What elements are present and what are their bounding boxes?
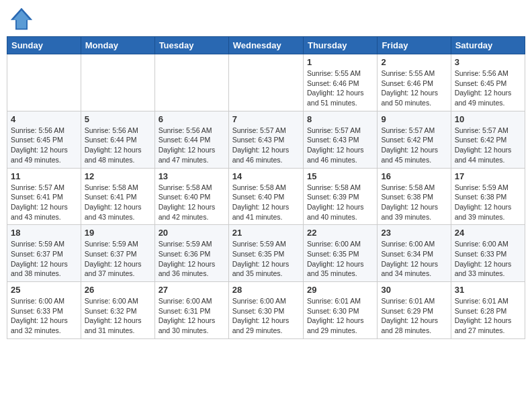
day-number: 5 bbox=[85, 114, 151, 124]
cell-content: Sunrise: 5:56 AM Sunset: 6:45 PM Dayligh… bbox=[455, 68, 521, 108]
day-number: 22 bbox=[307, 228, 373, 238]
cell-content: Sunrise: 6:00 AM Sunset: 6:31 PM Dayligh… bbox=[159, 296, 225, 336]
column-header-monday: Monday bbox=[81, 37, 154, 54]
day-number: 29 bbox=[307, 285, 373, 295]
calendar-cell: 9Sunrise: 5:57 AM Sunset: 6:42 PM Daylig… bbox=[378, 111, 451, 168]
day-number: 14 bbox=[232, 171, 300, 181]
cell-content: Sunrise: 5:59 AM Sunset: 6:36 PM Dayligh… bbox=[159, 239, 225, 279]
calendar-header-row: SundayMondayTuesdayWednesdayThursdayFrid… bbox=[7, 37, 525, 54]
day-number: 2 bbox=[381, 57, 447, 67]
calendar-cell: 22Sunrise: 6:00 AM Sunset: 6:35 PM Dayli… bbox=[303, 225, 377, 282]
calendar-cell: 6Sunrise: 5:56 AM Sunset: 6:44 PM Daylig… bbox=[154, 111, 228, 168]
calendar-week-3: 11Sunrise: 5:57 AM Sunset: 6:41 PM Dayli… bbox=[7, 168, 525, 225]
calendar-week-4: 18Sunrise: 5:59 AM Sunset: 6:37 PM Dayli… bbox=[7, 225, 525, 282]
cell-content: Sunrise: 5:59 AM Sunset: 6:35 PM Dayligh… bbox=[232, 239, 300, 279]
column-header-tuesday: Tuesday bbox=[154, 37, 228, 54]
calendar-week-5: 25Sunrise: 6:00 AM Sunset: 6:33 PM Dayli… bbox=[7, 282, 525, 339]
calendar-cell: 7Sunrise: 5:57 AM Sunset: 6:43 PM Daylig… bbox=[228, 111, 303, 168]
day-number: 17 bbox=[455, 171, 521, 181]
calendar-cell: 21Sunrise: 5:59 AM Sunset: 6:35 PM Dayli… bbox=[228, 225, 303, 282]
cell-content: Sunrise: 5:59 AM Sunset: 6:38 PM Dayligh… bbox=[455, 183, 521, 222]
calendar-cell: 28Sunrise: 6:00 AM Sunset: 6:30 PM Dayli… bbox=[228, 282, 303, 339]
day-number: 15 bbox=[307, 171, 373, 181]
calendar-week-1: 1Sunrise: 5:55 AM Sunset: 6:46 PM Daylig… bbox=[7, 54, 525, 111]
cell-content: Sunrise: 6:00 AM Sunset: 6:34 PM Dayligh… bbox=[381, 239, 447, 279]
day-number: 19 bbox=[85, 228, 151, 238]
calendar-table: SundayMondayTuesdayWednesdayThursdayFrid… bbox=[7, 36, 525, 339]
cell-content: Sunrise: 5:55 AM Sunset: 6:46 PM Dayligh… bbox=[307, 68, 373, 108]
calendar-cell bbox=[228, 54, 303, 111]
calendar-cell: 27Sunrise: 6:00 AM Sunset: 6:31 PM Dayli… bbox=[154, 282, 228, 339]
cell-content: Sunrise: 5:57 AM Sunset: 6:41 PM Dayligh… bbox=[11, 183, 77, 222]
calendar-cell: 20Sunrise: 5:59 AM Sunset: 6:36 PM Dayli… bbox=[154, 225, 228, 282]
day-number: 26 bbox=[85, 285, 151, 295]
cell-content: Sunrise: 5:56 AM Sunset: 6:45 PM Dayligh… bbox=[11, 126, 77, 165]
calendar-cell: 11Sunrise: 5:57 AM Sunset: 6:41 PM Dayli… bbox=[7, 168, 81, 225]
day-number: 20 bbox=[159, 228, 225, 238]
day-number: 3 bbox=[455, 57, 521, 67]
cell-content: Sunrise: 5:58 AM Sunset: 6:38 PM Dayligh… bbox=[381, 183, 447, 222]
cell-content: Sunrise: 5:58 AM Sunset: 6:40 PM Dayligh… bbox=[159, 183, 225, 222]
day-number: 25 bbox=[11, 285, 77, 295]
calendar-cell: 3Sunrise: 5:56 AM Sunset: 6:45 PM Daylig… bbox=[451, 54, 525, 111]
column-header-sunday: Sunday bbox=[7, 37, 81, 54]
day-number: 21 bbox=[232, 228, 300, 238]
calendar-cell: 24Sunrise: 6:00 AM Sunset: 6:33 PM Dayli… bbox=[451, 225, 525, 282]
calendar-cell: 14Sunrise: 5:58 AM Sunset: 6:40 PM Dayli… bbox=[228, 168, 303, 225]
calendar-cell: 12Sunrise: 5:58 AM Sunset: 6:41 PM Dayli… bbox=[81, 168, 154, 225]
calendar-cell: 18Sunrise: 5:59 AM Sunset: 6:37 PM Dayli… bbox=[7, 225, 81, 282]
calendar-cell: 26Sunrise: 6:00 AM Sunset: 6:32 PM Dayli… bbox=[81, 282, 154, 339]
calendar-cell bbox=[7, 54, 81, 111]
cell-content: Sunrise: 6:00 AM Sunset: 6:33 PM Dayligh… bbox=[11, 296, 77, 336]
calendar-cell: 8Sunrise: 5:57 AM Sunset: 6:43 PM Daylig… bbox=[303, 111, 377, 168]
column-header-friday: Friday bbox=[378, 37, 451, 54]
day-number: 11 bbox=[11, 171, 77, 181]
cell-content: Sunrise: 5:59 AM Sunset: 6:37 PM Dayligh… bbox=[85, 239, 151, 279]
calendar-cell: 17Sunrise: 5:59 AM Sunset: 6:38 PM Dayli… bbox=[451, 168, 525, 225]
day-number: 30 bbox=[381, 285, 447, 295]
logo-icon bbox=[9, 7, 34, 31]
page-header bbox=[7, 7, 525, 31]
calendar-week-2: 4Sunrise: 5:56 AM Sunset: 6:45 PM Daylig… bbox=[7, 111, 525, 168]
calendar-cell: 16Sunrise: 5:58 AM Sunset: 6:38 PM Dayli… bbox=[378, 168, 451, 225]
cell-content: Sunrise: 5:57 AM Sunset: 6:42 PM Dayligh… bbox=[381, 126, 447, 165]
calendar-cell: 31Sunrise: 6:01 AM Sunset: 6:28 PM Dayli… bbox=[451, 282, 525, 339]
cell-content: Sunrise: 5:59 AM Sunset: 6:37 PM Dayligh… bbox=[11, 239, 77, 279]
cell-content: Sunrise: 5:56 AM Sunset: 6:44 PM Dayligh… bbox=[85, 126, 151, 165]
calendar-cell: 29Sunrise: 6:01 AM Sunset: 6:30 PM Dayli… bbox=[303, 282, 377, 339]
cell-content: Sunrise: 6:00 AM Sunset: 6:35 PM Dayligh… bbox=[307, 239, 373, 279]
cell-content: Sunrise: 6:00 AM Sunset: 6:30 PM Dayligh… bbox=[232, 296, 300, 336]
cell-content: Sunrise: 6:01 AM Sunset: 6:30 PM Dayligh… bbox=[307, 296, 373, 336]
logo bbox=[9, 7, 38, 31]
cell-content: Sunrise: 6:01 AM Sunset: 6:28 PM Dayligh… bbox=[455, 296, 521, 336]
day-number: 28 bbox=[232, 285, 300, 295]
day-number: 7 bbox=[232, 114, 300, 124]
calendar-cell: 4Sunrise: 5:56 AM Sunset: 6:45 PM Daylig… bbox=[7, 111, 81, 168]
day-number: 1 bbox=[307, 57, 373, 67]
cell-content: Sunrise: 6:00 AM Sunset: 6:32 PM Dayligh… bbox=[85, 296, 151, 336]
column-header-wednesday: Wednesday bbox=[228, 37, 303, 54]
cell-content: Sunrise: 5:58 AM Sunset: 6:40 PM Dayligh… bbox=[232, 183, 300, 222]
day-number: 13 bbox=[159, 171, 225, 181]
day-number: 16 bbox=[381, 171, 447, 181]
day-number: 12 bbox=[85, 171, 151, 181]
column-header-thursday: Thursday bbox=[303, 37, 377, 54]
calendar-cell: 19Sunrise: 5:59 AM Sunset: 6:37 PM Dayli… bbox=[81, 225, 154, 282]
calendar-cell: 13Sunrise: 5:58 AM Sunset: 6:40 PM Dayli… bbox=[154, 168, 228, 225]
calendar-cell: 25Sunrise: 6:00 AM Sunset: 6:33 PM Dayli… bbox=[7, 282, 81, 339]
cell-content: Sunrise: 5:57 AM Sunset: 6:42 PM Dayligh… bbox=[455, 126, 521, 165]
day-number: 10 bbox=[455, 114, 521, 124]
cell-content: Sunrise: 5:57 AM Sunset: 6:43 PM Dayligh… bbox=[307, 126, 373, 165]
calendar-cell bbox=[81, 54, 154, 111]
calendar-cell: 5Sunrise: 5:56 AM Sunset: 6:44 PM Daylig… bbox=[81, 111, 154, 168]
column-header-saturday: Saturday bbox=[451, 37, 525, 54]
day-number: 24 bbox=[455, 228, 521, 238]
cell-content: Sunrise: 6:00 AM Sunset: 6:33 PM Dayligh… bbox=[455, 239, 521, 279]
calendar-cell bbox=[154, 54, 228, 111]
day-number: 6 bbox=[159, 114, 225, 124]
cell-content: Sunrise: 5:56 AM Sunset: 6:44 PM Dayligh… bbox=[159, 126, 225, 165]
calendar-cell: 1Sunrise: 5:55 AM Sunset: 6:46 PM Daylig… bbox=[303, 54, 377, 111]
cell-content: Sunrise: 5:57 AM Sunset: 6:43 PM Dayligh… bbox=[232, 126, 300, 165]
cell-content: Sunrise: 5:58 AM Sunset: 6:39 PM Dayligh… bbox=[307, 183, 373, 222]
calendar-cell: 10Sunrise: 5:57 AM Sunset: 6:42 PM Dayli… bbox=[451, 111, 525, 168]
